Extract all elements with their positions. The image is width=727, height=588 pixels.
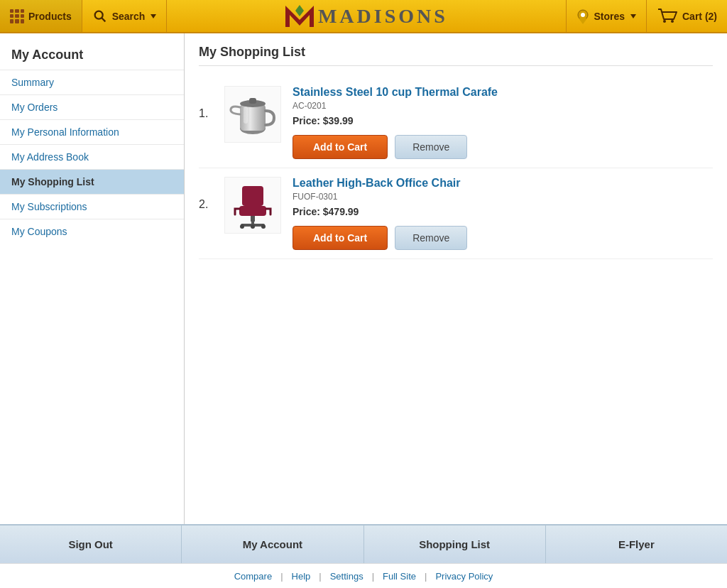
shopping-item-2: 2. xyxy=(199,168,713,259)
brand-name: MADISONS xyxy=(318,5,448,28)
shopping-list-button[interactable]: Shopping List xyxy=(364,526,546,563)
settings-link[interactable]: Settings xyxy=(330,571,364,582)
sidebar-item-my-coupons[interactable]: My Coupons xyxy=(0,219,184,244)
item-number-1: 1. xyxy=(199,86,213,120)
stores-label: Stores xyxy=(594,11,625,22)
footer-links: Compare | Help | Settings | Full Site | … xyxy=(0,563,727,588)
add-to-cart-button-2[interactable]: Add to Cart xyxy=(293,226,388,250)
search-button[interactable]: Search xyxy=(82,0,168,32)
full-site-link[interactable]: Full Site xyxy=(383,571,416,582)
svg-point-5 xyxy=(581,13,585,17)
item-image-2 xyxy=(224,177,281,234)
cart-icon xyxy=(657,8,678,25)
stores-button[interactable]: Stores xyxy=(566,0,646,32)
header-right: Stores Cart (2) xyxy=(566,0,727,32)
item-name-1: Stainless Steel 10 cup Thermal Carafe xyxy=(293,86,713,99)
content-area: My Shopping List 1. xyxy=(185,33,727,524)
sidebar-title: My Account xyxy=(0,39,184,70)
svg-point-0 xyxy=(94,11,102,18)
chevron-down-icon xyxy=(630,14,636,18)
cart-label: Cart (2) xyxy=(682,11,717,22)
sign-out-button[interactable]: Sign Out xyxy=(0,526,182,563)
chair-svg xyxy=(228,180,278,230)
sidebar-item-my-orders[interactable]: My Orders xyxy=(0,94,184,119)
add-to-cart-button-1[interactable]: Add to Cart xyxy=(293,135,388,159)
svg-rect-12 xyxy=(249,98,256,104)
products-label: Products xyxy=(28,11,72,22)
sidebar-item-my-personal-info[interactable]: My Personal Information xyxy=(0,119,184,144)
cart-button[interactable]: Cart (2) xyxy=(646,0,727,32)
svg-point-8 xyxy=(671,20,674,23)
products-button[interactable]: Products xyxy=(0,0,82,32)
location-pin-icon xyxy=(576,9,589,24)
privacy-policy-link[interactable]: Privacy Policy xyxy=(435,571,493,582)
svg-rect-14 xyxy=(242,186,263,206)
item-details-2: Leather High-Back Office Chair FUOF-0301… xyxy=(293,177,713,250)
separator-2: | xyxy=(319,571,321,582)
item-buttons-1: Add to Cart Remove xyxy=(293,135,713,159)
sidebar-item-my-address-book[interactable]: My Address Book xyxy=(0,144,184,169)
my-account-button[interactable]: My Account xyxy=(182,526,364,563)
header: Products Search MADISONS Stores xyxy=(0,0,727,33)
main-wrapper: My Account Summary My Orders My Personal… xyxy=(0,33,727,524)
logo-icon xyxy=(285,2,314,31)
help-link[interactable]: Help xyxy=(292,571,311,582)
svg-point-21 xyxy=(261,224,266,229)
remove-button-1[interactable]: Remove xyxy=(395,135,467,159)
item-details-1: Stainless Steel 10 cup Thermal Carafe AC… xyxy=(293,86,713,159)
item-sku-1: AC-0201 xyxy=(293,101,713,111)
remove-button-2[interactable]: Remove xyxy=(395,226,467,250)
svg-rect-15 xyxy=(239,206,266,216)
e-flyer-button[interactable]: E-Flyer xyxy=(546,526,727,563)
sidebar-item-my-subscriptions[interactable]: My Subscriptions xyxy=(0,194,184,219)
svg-line-1 xyxy=(102,18,105,21)
svg-point-7 xyxy=(663,20,666,23)
svg-marker-3 xyxy=(295,5,304,16)
svg-marker-6 xyxy=(579,18,587,24)
footer-buttons: Sign Out My Account Shopping List E-Flye… xyxy=(0,524,727,563)
shopping-item-1: 1. xyxy=(199,77,713,168)
chevron-down-icon xyxy=(151,14,156,18)
grid-icon xyxy=(10,9,24,23)
search-icon xyxy=(92,9,108,24)
svg-rect-13 xyxy=(244,107,248,124)
separator-3: | xyxy=(372,571,374,582)
item-sku-2: FUOF-0301 xyxy=(293,192,713,202)
svg-point-20 xyxy=(251,224,255,229)
item-price-2: Price: $479.99 xyxy=(293,206,713,217)
page-title: My Shopping List xyxy=(199,45,713,66)
sidebar-item-my-shopping-list[interactable]: My Shopping List xyxy=(0,169,184,194)
separator-4: | xyxy=(425,571,427,582)
separator-1: | xyxy=(280,571,283,582)
item-name-2: Leather High-Back Office Chair xyxy=(293,177,713,190)
compare-link[interactable]: Compare xyxy=(234,571,272,582)
item-price-1: Price: $39.99 xyxy=(293,115,713,126)
svg-point-19 xyxy=(240,224,244,229)
item-number-2: 2. xyxy=(199,177,213,211)
item-image-1 xyxy=(224,86,281,143)
sidebar: My Account Summary My Orders My Personal… xyxy=(0,33,185,524)
carafe-svg xyxy=(228,89,278,139)
search-label: Search xyxy=(112,11,146,22)
item-buttons-2: Add to Cart Remove xyxy=(293,226,713,250)
sidebar-nav: Summary My Orders My Personal Informatio… xyxy=(0,70,184,244)
brand-logo: MADISONS xyxy=(167,0,566,32)
sidebar-item-summary[interactable]: Summary xyxy=(0,70,184,94)
